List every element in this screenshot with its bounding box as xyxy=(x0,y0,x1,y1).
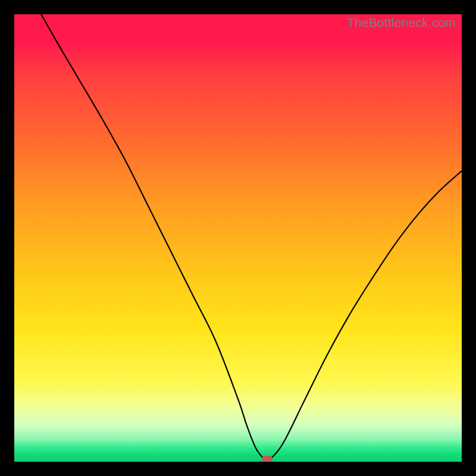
chart-container: TheBottleneck.com xyxy=(0,0,476,476)
optimal-point-marker xyxy=(262,456,273,462)
bottleneck-curve xyxy=(14,14,462,462)
plot-area: TheBottleneck.com xyxy=(14,14,462,462)
